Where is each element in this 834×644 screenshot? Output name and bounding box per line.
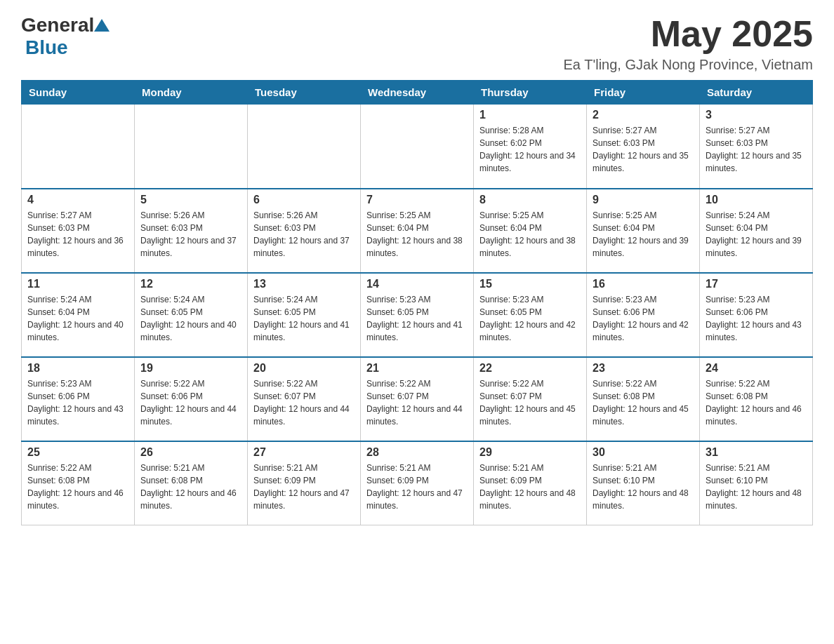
day-number: 3 xyxy=(706,109,807,121)
calendar-day-cell: 2Sunrise: 5:27 AMSunset: 6:03 PMDaylight… xyxy=(587,105,700,189)
day-number: 5 xyxy=(140,194,241,206)
day-info: Sunrise: 5:27 AMSunset: 6:03 PMDaylight:… xyxy=(593,124,694,175)
day-number: 2 xyxy=(593,109,694,121)
calendar-day-cell: 14Sunrise: 5:23 AMSunset: 6:05 PMDayligh… xyxy=(361,273,474,357)
day-info: Sunrise: 5:21 AMSunset: 6:10 PMDaylight:… xyxy=(593,462,694,512)
day-info: Sunrise: 5:22 AMSunset: 6:07 PMDaylight:… xyxy=(253,377,355,428)
calendar-day-cell: 19Sunrise: 5:22 AMSunset: 6:06 PMDayligh… xyxy=(135,357,248,441)
calendar-week-row: 1Sunrise: 5:28 AMSunset: 6:02 PMDaylight… xyxy=(22,105,813,189)
day-number: 21 xyxy=(366,362,468,375)
calendar-day-cell xyxy=(22,105,135,189)
day-info: Sunrise: 5:24 AMSunset: 6:05 PMDaylight:… xyxy=(140,293,241,344)
weekday-header-cell: Wednesday xyxy=(361,81,474,105)
day-number: 6 xyxy=(253,194,355,206)
calendar-week-row: 18Sunrise: 5:23 AMSunset: 6:06 PMDayligh… xyxy=(22,357,813,441)
logo-blue: Blue xyxy=(25,36,68,58)
calendar-day-cell: 16Sunrise: 5:23 AMSunset: 6:06 PMDayligh… xyxy=(587,273,700,357)
day-info: Sunrise: 5:25 AMSunset: 6:04 PMDaylight:… xyxy=(593,209,694,260)
calendar-day-cell: 13Sunrise: 5:24 AMSunset: 6:05 PMDayligh… xyxy=(248,273,361,357)
day-number: 7 xyxy=(366,194,468,206)
page-header: General Blue May 2025 Ea T'ling, GJak No… xyxy=(21,14,813,73)
calendar-day-cell: 26Sunrise: 5:21 AMSunset: 6:08 PMDayligh… xyxy=(135,441,248,525)
calendar-day-cell: 5Sunrise: 5:26 AMSunset: 6:03 PMDaylight… xyxy=(135,189,248,273)
weekday-header-cell: Sunday xyxy=(22,81,135,105)
day-info: Sunrise: 5:22 AMSunset: 6:08 PMDaylight:… xyxy=(706,377,807,428)
calendar-week-row: 4Sunrise: 5:27 AMSunset: 6:03 PMDaylight… xyxy=(22,189,813,273)
day-info: Sunrise: 5:28 AMSunset: 6:02 PMDaylight:… xyxy=(479,124,581,175)
calendar-day-cell: 30Sunrise: 5:21 AMSunset: 6:10 PMDayligh… xyxy=(587,441,700,525)
logo-blue-part xyxy=(94,18,110,33)
day-info: Sunrise: 5:22 AMSunset: 6:08 PMDaylight:… xyxy=(27,462,128,512)
day-info: Sunrise: 5:21 AMSunset: 6:09 PMDaylight:… xyxy=(479,462,581,512)
calendar-day-cell: 9Sunrise: 5:25 AMSunset: 6:04 PMDaylight… xyxy=(587,189,700,273)
day-number: 25 xyxy=(27,446,128,459)
day-number: 4 xyxy=(27,194,128,206)
calendar-day-cell: 18Sunrise: 5:23 AMSunset: 6:06 PMDayligh… xyxy=(22,357,135,441)
calendar-day-cell: 7Sunrise: 5:25 AMSunset: 6:04 PMDaylight… xyxy=(361,189,474,273)
day-number: 15 xyxy=(479,278,581,290)
day-info: Sunrise: 5:27 AMSunset: 6:03 PMDaylight:… xyxy=(27,209,128,260)
calendar-day-cell: 17Sunrise: 5:23 AMSunset: 6:06 PMDayligh… xyxy=(700,273,813,357)
calendar-day-cell: 27Sunrise: 5:21 AMSunset: 6:09 PMDayligh… xyxy=(248,441,361,525)
calendar-day-cell: 20Sunrise: 5:22 AMSunset: 6:07 PMDayligh… xyxy=(248,357,361,441)
title-section: May 2025 Ea T'ling, GJak Nong Province, … xyxy=(564,14,813,73)
day-info: Sunrise: 5:26 AMSunset: 6:03 PMDaylight:… xyxy=(140,209,241,260)
calendar-day-cell: 25Sunrise: 5:22 AMSunset: 6:08 PMDayligh… xyxy=(22,441,135,525)
day-info: Sunrise: 5:25 AMSunset: 6:04 PMDaylight:… xyxy=(366,209,468,260)
day-number: 28 xyxy=(366,446,468,459)
day-info: Sunrise: 5:22 AMSunset: 6:07 PMDaylight:… xyxy=(479,377,581,428)
day-number: 10 xyxy=(706,194,807,206)
day-info: Sunrise: 5:21 AMSunset: 6:10 PMDaylight:… xyxy=(706,462,807,512)
calendar-day-cell: 10Sunrise: 5:24 AMSunset: 6:04 PMDayligh… xyxy=(700,189,813,273)
day-number: 9 xyxy=(593,194,694,206)
day-info: Sunrise: 5:23 AMSunset: 6:05 PMDaylight:… xyxy=(366,293,468,344)
day-number: 29 xyxy=(479,446,581,459)
calendar-day-cell: 4Sunrise: 5:27 AMSunset: 6:03 PMDaylight… xyxy=(22,189,135,273)
month-title: May 2025 xyxy=(564,14,813,54)
location: Ea T'ling, GJak Nong Province, Vietnam xyxy=(564,57,813,73)
weekday-header-cell: Thursday xyxy=(474,81,587,105)
day-info: Sunrise: 5:23 AMSunset: 6:06 PMDaylight:… xyxy=(27,377,128,428)
day-info: Sunrise: 5:23 AMSunset: 6:06 PMDaylight:… xyxy=(706,293,807,344)
day-info: Sunrise: 5:24 AMSunset: 6:05 PMDaylight:… xyxy=(253,293,355,344)
calendar-day-cell: 28Sunrise: 5:21 AMSunset: 6:09 PMDayligh… xyxy=(361,441,474,525)
day-info: Sunrise: 5:26 AMSunset: 6:03 PMDaylight:… xyxy=(253,209,355,260)
calendar-day-cell: 29Sunrise: 5:21 AMSunset: 6:09 PMDayligh… xyxy=(474,441,587,525)
day-info: Sunrise: 5:21 AMSunset: 6:09 PMDaylight:… xyxy=(253,462,355,512)
calendar-day-cell: 31Sunrise: 5:21 AMSunset: 6:10 PMDayligh… xyxy=(700,441,813,525)
day-number: 31 xyxy=(706,446,807,459)
day-number: 30 xyxy=(593,446,694,459)
calendar-day-cell: 8Sunrise: 5:25 AMSunset: 6:04 PMDaylight… xyxy=(474,189,587,273)
day-number: 16 xyxy=(593,278,694,290)
calendar-day-cell: 12Sunrise: 5:24 AMSunset: 6:05 PMDayligh… xyxy=(135,273,248,357)
day-info: Sunrise: 5:23 AMSunset: 6:05 PMDaylight:… xyxy=(479,293,581,344)
day-info: Sunrise: 5:24 AMSunset: 6:04 PMDaylight:… xyxy=(706,209,807,260)
weekday-header-row: SundayMondayTuesdayWednesdayThursdayFrid… xyxy=(22,81,813,105)
calendar-day-cell xyxy=(361,105,474,189)
day-info: Sunrise: 5:22 AMSunset: 6:07 PMDaylight:… xyxy=(366,377,468,428)
calendar-table: SundayMondayTuesdayWednesdayThursdayFrid… xyxy=(21,80,813,525)
calendar-day-cell: 24Sunrise: 5:22 AMSunset: 6:08 PMDayligh… xyxy=(700,357,813,441)
day-info: Sunrise: 5:21 AMSunset: 6:08 PMDaylight:… xyxy=(140,462,241,512)
day-info: Sunrise: 5:25 AMSunset: 6:04 PMDaylight:… xyxy=(479,209,581,260)
calendar-day-cell: 15Sunrise: 5:23 AMSunset: 6:05 PMDayligh… xyxy=(474,273,587,357)
logo: General Blue xyxy=(21,14,110,59)
svg-marker-0 xyxy=(94,19,110,32)
logo-general: General xyxy=(21,14,94,36)
calendar-day-cell: 1Sunrise: 5:28 AMSunset: 6:02 PMDaylight… xyxy=(474,105,587,189)
calendar-day-cell: 22Sunrise: 5:22 AMSunset: 6:07 PMDayligh… xyxy=(474,357,587,441)
day-number: 19 xyxy=(140,362,241,375)
day-number: 23 xyxy=(593,362,694,375)
day-number: 18 xyxy=(27,362,128,375)
day-number: 11 xyxy=(27,278,128,290)
day-number: 14 xyxy=(366,278,468,290)
day-number: 17 xyxy=(706,278,807,290)
day-number: 1 xyxy=(479,109,581,121)
day-info: Sunrise: 5:23 AMSunset: 6:06 PMDaylight:… xyxy=(593,293,694,344)
weekday-header-cell: Friday xyxy=(587,81,700,105)
calendar-day-cell: 11Sunrise: 5:24 AMSunset: 6:04 PMDayligh… xyxy=(22,273,135,357)
calendar-day-cell: 3Sunrise: 5:27 AMSunset: 6:03 PMDaylight… xyxy=(700,105,813,189)
day-number: 12 xyxy=(140,278,241,290)
calendar-day-cell: 21Sunrise: 5:22 AMSunset: 6:07 PMDayligh… xyxy=(361,357,474,441)
day-number: 26 xyxy=(140,446,241,459)
